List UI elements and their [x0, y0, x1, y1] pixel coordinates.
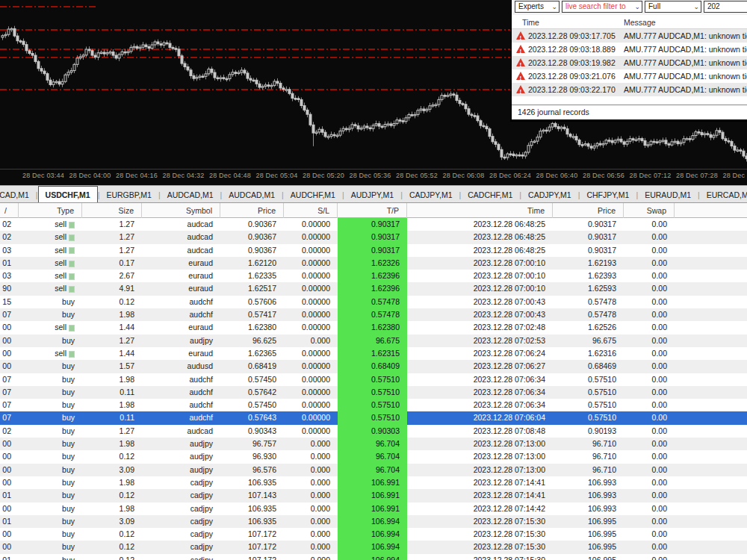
table-row[interactable]: 07buy0.11audchf0.576420.000000.575102023…	[0, 386, 747, 399]
cell-symbol: audchf	[142, 308, 220, 321]
table-row[interactable]: 07buy1.98audchf0.574170.000000.574782023…	[0, 308, 747, 321]
col-header-swap[interactable]: Swap	[624, 203, 675, 218]
cell-tp: 0.90317	[338, 244, 407, 257]
table-row[interactable]: 02buy1.27audcad0.903430.000000.903032023…	[0, 425, 747, 438]
cell-price: 107.172	[220, 528, 284, 541]
cell-symbol: audchf	[142, 296, 220, 308]
col-header-tp[interactable]: T/P	[338, 203, 407, 218]
journal-filter-dropdown-0[interactable]: Experts⌄	[515, 1, 560, 13]
chart-tab-cadjpy-m1[interactable]: CADJPY,M1	[403, 187, 459, 203]
table-row[interactable]: 15buy0.12audchf0.576060.000000.574782023…	[0, 296, 747, 308]
col-header-time[interactable]: Time	[407, 203, 553, 218]
cell-sl: 0.00000	[284, 308, 338, 321]
journal-entry[interactable]: 2023.12.28 09:03:18.889AMU.777 AUDCAD,M1…	[512, 43, 747, 56]
col-header-price[interactable]: Price	[220, 203, 284, 218]
chart-tab-euraud-m1[interactable]: EURAUD,M1	[638, 187, 698, 203]
table-row[interactable]: 00buy0.12cadjpy107.1720.000106.9942023.1…	[0, 541, 747, 553]
table-row[interactable]: 00sell1.44euraud1.623800.000001.62380202…	[0, 321, 747, 334]
cell-price: 1.62380	[220, 321, 284, 334]
table-row[interactable]: 00buy1.98cadjpy106.9350.000106.9912023.1…	[0, 503, 747, 515]
table-row[interactable]: 00buy1.57audusd0.684190.000000.684092023…	[0, 360, 747, 373]
cell-price2: 96.710	[553, 450, 624, 463]
cell-price: 96.625	[220, 335, 284, 347]
cell-symbol: euraud	[142, 270, 220, 282]
chart-tab-audcad-m1[interactable]: AUDCAD,M1	[222, 187, 282, 203]
table-row[interactable]: 00buy0.12cadjpy107.1720.000106.9942023.1…	[0, 528, 747, 541]
col-header-type[interactable]: Type	[19, 203, 82, 218]
journal-entry[interactable]: 2023.12.28 09:03:17.705AMU.777 AUDCAD,M1…	[512, 29, 747, 43]
chart-tab-chfjpy-m1[interactable]: CHFJPY,M1	[580, 187, 636, 203]
cell-sl: 0.000	[284, 515, 338, 528]
table-row[interactable]: 00buy3.09audjpy96.5760.00096.7042023.12.…	[0, 464, 747, 476]
chart-tab-cadjpy-m1[interactable]: CADJPY,M1	[521, 187, 578, 203]
table-row[interactable]: 07buy0.11audchf0.576430.000000.575102023…	[0, 411, 747, 424]
chart-tab-eurgbp-m1[interactable]: EURGBP,M1	[99, 187, 158, 203]
col-header-size[interactable]: Size	[82, 203, 142, 218]
col-header-ticket-clipped[interactable]: /	[0, 203, 19, 218]
time-axis-label: 28 Dec 07:28	[676, 172, 718, 179]
col-header-price[interactable]: Price	[553, 203, 624, 218]
chart-tab-usdchf-m1[interactable]: USDCHF,M1	[38, 186, 98, 203]
table-row[interactable]: 00buy1.98cadjpy106.9350.000106.9912023.1…	[0, 476, 747, 489]
journal-entry[interactable]: 2023.12.28 09:03:21.076AMU.777 AUDCAD,M1…	[512, 69, 747, 83]
table-row[interactable]: 03sell1.27audcad0.903670.000000.90317202…	[0, 244, 747, 257]
cell-type: buy	[19, 335, 82, 347]
col-header-sl[interactable]: S/L	[284, 203, 338, 218]
table-row[interactable]: 01buy3.09cadjpy106.9350.000106.9942023.1…	[0, 515, 747, 528]
warning-icon	[516, 45, 525, 53]
cell-swap: 0.00	[624, 450, 675, 463]
warning-icon	[516, 31, 525, 40]
cell-symbol: euraud	[142, 282, 220, 295]
cell-price: 1.62517	[220, 282, 284, 295]
table-row[interactable]: 01buy0.12cadjpy107.1430.000106.9912023.1…	[0, 489, 747, 502]
cell-size: 1.98	[82, 399, 142, 411]
cell-price: 0.90367	[220, 231, 284, 243]
table-row[interactable]: 00sell1.44euraud1.623650.000001.62315202…	[0, 347, 747, 360]
cell-price2: 1.62316	[553, 347, 624, 360]
chart-tab-usdcad-m1[interactable]: USDCAD,M1	[0, 187, 36, 203]
cell-price: 96.576	[220, 464, 284, 476]
cell-ticket: 00	[0, 438, 19, 450]
cell-type: buy	[19, 515, 82, 528]
cell-time: 2023.12.28 07:06:34	[407, 386, 553, 399]
table-row[interactable]: 90sell4.91euraud1.625170.000001.62396202…	[0, 282, 747, 295]
table-row[interactable]: 07buy1.98audchf0.574500.000000.575102023…	[0, 399, 747, 411]
chart-tab-audjpy-m1[interactable]: AUDJPY,M1	[344, 187, 401, 203]
cell-price2: 106.993	[553, 489, 624, 502]
col-header-symbol[interactable]: Symbol	[142, 203, 220, 218]
journal-entry[interactable]: 2023.12.28 09:03:22.170AMU.777 AUDCAD,M1…	[512, 83, 747, 96]
journal-filter-dropdown-2[interactable]: Full⌄	[645, 1, 701, 13]
chevron-down-icon: ⌄	[693, 1, 699, 12]
journal-filter-dropdown-3[interactable]: 202⌄	[704, 1, 747, 13]
cell-time: 2023.12.28 07:13:00	[407, 438, 553, 450]
journal-entry-message: AMU.777 AUDCAD,M1: unknown ticket 2	[624, 83, 747, 96]
journal-entry-time: 2023.12.28 09:03:19.982	[528, 56, 616, 69]
chart-tab-audchf-m1[interactable]: AUDCHF,M1	[284, 187, 342, 203]
sell-marker-icon	[69, 351, 75, 358]
journal-filter-dropdown-1[interactable]: live search filter to⌄	[562, 1, 642, 13]
chart-tab-audcad-m1[interactable]: AUDCAD,M1	[161, 187, 220, 203]
chart-tab-cadchf-m1[interactable]: CADCHF,M1	[461, 187, 519, 203]
cell-ticket: 07	[0, 373, 19, 386]
table-row[interactable]: 01buy0.12cadjpy107.1720.000106.9942023.1…	[0, 554, 747, 560]
table-row[interactable]: 00buy1.98audjpy96.7570.00096.7042023.12.…	[0, 438, 747, 450]
table-row[interactable]: 00buy1.27audjpy96.6250.00096.6752023.12.…	[0, 335, 747, 347]
table-row[interactable]: 02sell1.27audcad0.903670.000000.90317202…	[0, 218, 747, 231]
cell-type: buy	[19, 541, 82, 553]
cell-tp: 0.57510	[338, 373, 407, 386]
cell-price2: 0.57510	[553, 399, 624, 411]
cell-tp: 106.991	[338, 503, 407, 515]
cell-ticket: 01	[0, 257, 19, 270]
cell-time: 2023.12.28 07:15:30	[407, 515, 553, 528]
journal-entry[interactable]: 2023.12.28 09:03:19.982AMU.777 AUDCAD,M1…	[512, 56, 747, 69]
table-row[interactable]: 02sell1.27audcad0.903670.000000.90317202…	[0, 231, 747, 243]
table-row[interactable]: 01sell0.17euraud1.621200.000001.62326202…	[0, 257, 747, 270]
table-row[interactable]: 07buy1.98audchf0.574500.000000.575102023…	[0, 373, 747, 386]
chart-tab-eurcad-m1[interactable]: EURCAD,M1	[700, 187, 747, 203]
table-row[interactable]: 00buy0.12audjpy96.9300.00096.7042023.12.…	[0, 450, 747, 463]
cell-swap: 0.00	[624, 296, 675, 308]
table-row[interactable]: 03sell2.67euraud1.623350.000001.62396202…	[0, 270, 747, 282]
cell-price: 107.172	[220, 541, 284, 553]
cell-type: sell	[19, 244, 82, 257]
cell-sl: 0.00000	[284, 386, 338, 399]
